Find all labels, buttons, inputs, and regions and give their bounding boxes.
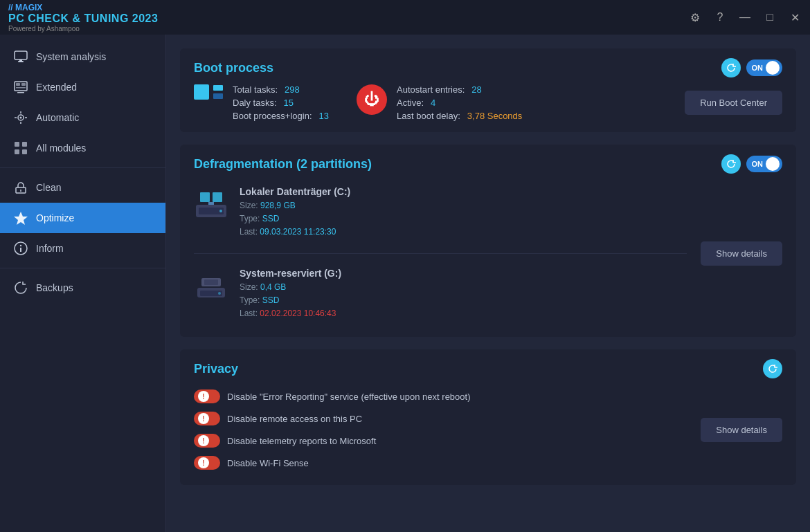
content-area: Boot process ON (166, 35, 810, 532)
privacy-section-title: Privacy (194, 362, 238, 376)
defrag-section-header: Defragmentation (2 partitions) ON (180, 145, 796, 181)
privacy-item-1: ! Disable remote access on this PC (194, 407, 687, 430)
boot-stats-area: Total tasks: 298 Daly tasks: 15 Boot pro… (194, 84, 522, 121)
close-icon[interactable]: ✕ (788, 10, 802, 24)
svg-point-35 (218, 292, 221, 295)
boot-section-header: Boot process ON (180, 48, 796, 84)
drive-g-size-val: 0,4 GB (260, 282, 286, 292)
boot-refresh-button[interactable] (721, 58, 741, 77)
sidebar-item-all-modules[interactable]: All modules (0, 133, 165, 163)
sidebar-item-system-analysis[interactable]: System analysis (0, 42, 165, 72)
ptoggle-knob-1: ! (198, 413, 209, 424)
drive-g-type-val: SSD (262, 295, 280, 305)
drive-c-type-label: Type: (240, 214, 262, 223)
defrag-toggle[interactable]: ON (746, 156, 783, 172)
sidebar-item-backups[interactable]: Backups (0, 273, 165, 303)
drive-g-last-val: 02.02.2023 10:46:43 (260, 309, 336, 318)
titlebar: // MAGIX PC CHECK & TUNING 2023 Powered … (0, 0, 810, 35)
sidebar: System analysis Extended Automatic All m… (0, 35, 166, 532)
privacy-content-row: ! Disable "Error Reporting" service (eff… (194, 385, 782, 474)
boot-toggle[interactable]: ON (746, 59, 783, 76)
boot-toggle-label: ON (752, 64, 764, 72)
boot-total-tasks: Total tasks: 298 (233, 84, 329, 95)
sidebar-item-extended[interactable]: Extended (0, 72, 165, 102)
sidebar-item-clean[interactable]: Clean (0, 172, 165, 203)
privacy-label-2: Disable telemetry reports to Microsoft (227, 436, 376, 446)
drive-c-last-label: Last: (240, 227, 260, 237)
ptoggle-knob-2: ! (198, 435, 209, 446)
svg-rect-27 (213, 192, 222, 202)
drive-g-name: System-reserviert (G:) (240, 268, 687, 279)
drive-entry-c: Lokaler Datenträger (C:) Size: 928,9 GB … (194, 181, 687, 245)
sidebar-divider-1 (0, 167, 165, 168)
settings-icon[interactable]: ⚙ (688, 10, 702, 24)
privacy-show-details-button[interactable]: Show details (701, 418, 782, 442)
svg-rect-29 (208, 202, 214, 205)
privacy-toggle-3[interactable]: ! (194, 456, 220, 470)
privacy-toggle-1[interactable]: ! (194, 412, 220, 425)
sidebar-label-automatic: Automatic (36, 112, 79, 123)
magix-logo: // MAGIX (8, 3, 42, 12)
sidebar-label-backups: Backups (36, 282, 73, 293)
boot-toggle-knob (766, 61, 780, 75)
boot-section-title: Boot process (194, 61, 273, 75)
sidebar-label-clean: Clean (36, 182, 62, 193)
svg-rect-0 (15, 51, 27, 59)
privacy-item-0: ! Disable "Error Reporting" service (eff… (194, 385, 687, 407)
privacy-toggle-2[interactable]: ! (194, 434, 220, 448)
power-icon: ⏻ (357, 84, 387, 115)
ptoggle-knob-3: ! (198, 457, 209, 468)
svg-rect-26 (200, 192, 210, 202)
run-boot-center-button[interactable]: Run Boot Center (685, 91, 782, 115)
svg-rect-2 (19, 59, 22, 61)
drive-c-size-label: Size: (240, 201, 260, 210)
boot-group2: ⏻ Autostart entries: 28 Active: 4 (357, 84, 522, 121)
maximize-icon[interactable]: □ (763, 10, 777, 24)
sidebar-divider-2 (0, 268, 165, 268)
automatic-icon (14, 111, 28, 125)
svg-rect-17 (22, 149, 27, 154)
defrag-header-controls: ON (721, 154, 783, 174)
privacy-toggle-0[interactable]: ! (194, 389, 220, 403)
drive-entry-g: System-reserviert (G:) Size: 0,4 GB Type… (194, 262, 687, 327)
boot-group1: Total tasks: 298 Daly tasks: 15 Boot pro… (194, 84, 329, 121)
help-icon[interactable]: ? (713, 10, 727, 24)
window-controls: ⚙ ? — □ ✕ (688, 10, 802, 24)
privacy-label-3: Disable Wi-Fi Sense (227, 458, 309, 468)
minimize-icon[interactable]: — (738, 10, 752, 24)
privacy-refresh-button[interactable] (763, 359, 782, 378)
boot-autostart: Autostart entries: 28 (397, 84, 522, 95)
svg-rect-4 (16, 83, 20, 86)
sidebar-item-automatic[interactable]: Automatic (0, 102, 165, 133)
sidebar-item-inform[interactable]: Inform (0, 233, 165, 264)
defrag-toggle-label: ON (752, 160, 764, 168)
sidebar-item-optimize[interactable]: Optimize (0, 203, 165, 233)
defrag-toggle-knob (766, 157, 780, 171)
svg-marker-20 (14, 212, 28, 225)
boot-section-body: Total tasks: 298 Daly tasks: 15 Boot pro… (180, 84, 796, 132)
boot-stat-group2: Autostart entries: 28 Active: 4 Last boo… (397, 84, 522, 121)
brand-row: // MAGIX (8, 3, 158, 12)
drive-g-icon (194, 268, 228, 302)
boot-content-row: Total tasks: 298 Daly tasks: 15 Boot pro… (194, 84, 782, 121)
drive-c-name: Lokaler Datenträger (C:) (240, 186, 687, 197)
defrag-refresh-button[interactable] (721, 154, 741, 174)
backups-icon (14, 281, 28, 295)
monitor-icon (14, 50, 28, 64)
boot-stat-group1: Total tasks: 298 Daly tasks: 15 Boot pro… (233, 84, 329, 121)
boot-active: Active: 4 (397, 98, 522, 108)
privacy-section-header: Privacy (180, 349, 796, 385)
defrag-show-details-button[interactable]: Show details (701, 241, 782, 266)
drive-g-size-label: Size: (240, 282, 260, 292)
drive-g-type-label: Type: (240, 295, 262, 305)
boot-blocks-icon (194, 84, 223, 100)
privacy-label-1: Disable remote access on this PC (227, 414, 362, 424)
ptoggle-knob-0: ! (198, 391, 209, 402)
sidebar-label-all-modules: All modules (36, 143, 86, 154)
optimize-icon (14, 211, 28, 225)
svg-rect-14 (15, 142, 19, 147)
defrag-section: Defragmentation (2 partitions) ON (180, 145, 796, 337)
defrag-section-body: Lokaler Datenträger (C:) Size: 928,9 GB … (180, 181, 796, 337)
svg-point-23 (20, 245, 21, 246)
sidebar-label-extended: Extended (36, 82, 77, 93)
